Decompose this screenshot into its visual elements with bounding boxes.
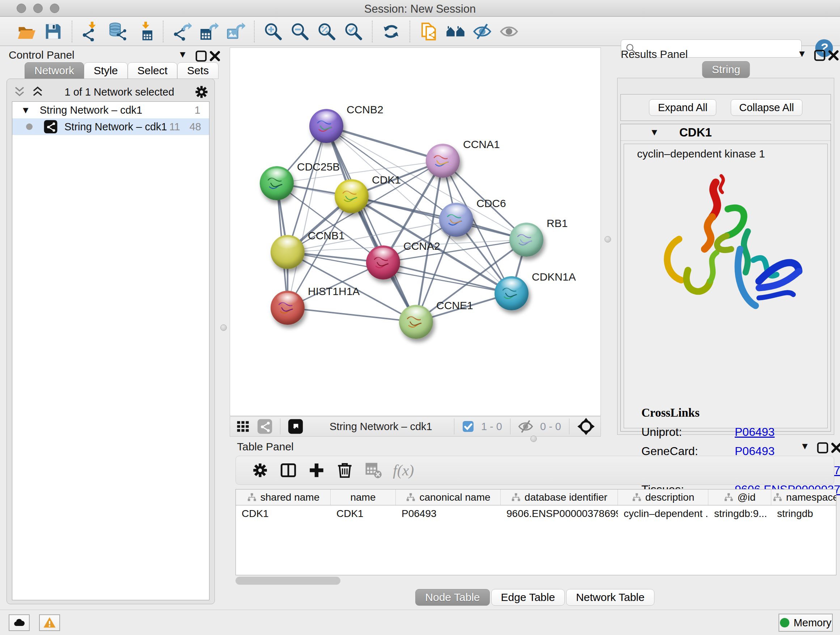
- refresh-view-icon: [381, 22, 401, 41]
- table-row[interactable]: CDK1CDK1P064939606.ENSP00000378699cyclin…: [236, 505, 836, 522]
- grid-view-icon[interactable]: [235, 418, 251, 434]
- node-label-CDKN1A: CDKN1A: [532, 271, 576, 283]
- tab-sets[interactable]: Sets: [177, 62, 218, 79]
- memory-button[interactable]: Memory: [778, 614, 833, 632]
- import-network-database-icon: [108, 22, 127, 41]
- copy-network-button[interactable]: [417, 20, 440, 43]
- tab-style[interactable]: Style: [84, 62, 128, 79]
- warnings-button[interactable]: [39, 614, 60, 631]
- main-toolbar: ?: [0, 17, 840, 46]
- crosslink-link[interactable]: P06493: [735, 425, 775, 439]
- table-cell[interactable]: CDK1: [236, 508, 331, 519]
- hidden-eye-icon[interactable]: [518, 418, 534, 434]
- import-network-file-button[interactable]: [80, 20, 102, 43]
- float-table-icon[interactable]: [816, 441, 829, 454]
- tree-expander-icon[interactable]: ▼: [21, 105, 30, 116]
- left-splitter-grip[interactable]: [220, 325, 227, 331]
- column-header-database-identifier[interactable]: database identifier: [501, 489, 618, 505]
- hide-selected-button[interactable]: [471, 20, 493, 43]
- show-all-button[interactable]: [498, 20, 520, 43]
- protein-card-header[interactable]: ▼ CDK1: [621, 124, 831, 141]
- table-cell[interactable]: cyclin–dependent ...: [618, 508, 708, 519]
- node-label-CCNA2: CCNA2: [403, 240, 440, 252]
- add-column-icon[interactable]: [308, 461, 325, 479]
- zoom-fit-button[interactable]: [316, 20, 338, 43]
- node-CCNA2[interactable]: [366, 245, 400, 279]
- close-results-icon[interactable]: [827, 49, 840, 61]
- cloud-status-button[interactable]: [9, 614, 30, 631]
- node-CCNA1[interactable]: [426, 144, 460, 178]
- home-layout-button[interactable]: [444, 20, 467, 43]
- show-columns-icon[interactable]: [279, 461, 297, 479]
- node-label-CDC6: CDC6: [477, 197, 506, 210]
- node-CDK1[interactable]: [335, 179, 369, 213]
- delete-table-icon: [364, 461, 382, 479]
- table-hscrollbar[interactable]: [235, 577, 340, 585]
- right-splitter-grip[interactable]: [605, 236, 611, 242]
- table-cell[interactable]: stringdb:9...: [708, 508, 771, 519]
- birdseye-view-icon[interactable]: [287, 418, 303, 434]
- network-row[interactable]: String Network – cdk1 11 48: [12, 119, 209, 135]
- export-table-button[interactable]: [197, 20, 220, 43]
- open-session-button[interactable]: [15, 20, 38, 43]
- table-cell[interactable]: stringdb: [771, 508, 836, 519]
- tab-select[interactable]: Select: [128, 62, 177, 79]
- column-header-shared-name[interactable]: shared name: [236, 489, 331, 505]
- node-CCNB1[interactable]: [271, 235, 305, 269]
- pan-crosshair-icon[interactable]: [576, 417, 595, 436]
- selected-checkbox-icon[interactable]: [462, 420, 475, 433]
- save-session-button[interactable]: [42, 20, 65, 43]
- zoom-out-button[interactable]: [289, 20, 311, 43]
- collection-count: 1: [195, 104, 201, 116]
- export-table-icon: [199, 22, 218, 41]
- protein-expander-icon[interactable]: ▼: [650, 127, 659, 138]
- refresh-view-button[interactable]: [380, 20, 402, 43]
- node-CCNB2[interactable]: [309, 109, 343, 143]
- float-results-icon[interactable]: [813, 49, 826, 61]
- node-CDC25B[interactable]: [260, 166, 294, 200]
- delete-column-icon[interactable]: [336, 461, 354, 479]
- zoom-in-button[interactable]: [262, 20, 284, 43]
- tab-edge-table[interactable]: Edge Table: [491, 589, 565, 606]
- column-header-canonical-name[interactable]: canonical name: [396, 489, 501, 505]
- column-header--id[interactable]: @id: [708, 489, 771, 505]
- collapse-all-networks-icon[interactable]: [12, 85, 27, 99]
- node-CDKN1A[interactable]: [494, 276, 529, 310]
- results-panel: Results Panel ▼ String Expand All Collap…: [615, 48, 837, 436]
- network-collection-row[interactable]: ▼ String Network – cdk1 1: [12, 102, 209, 119]
- tab-network-table[interactable]: Network Table: [566, 589, 654, 606]
- export-network-button[interactable]: [171, 20, 193, 43]
- close-table-icon[interactable]: [830, 441, 840, 454]
- node-HIST1H1A[interactable]: [271, 291, 305, 325]
- column-header-name[interactable]: name: [331, 489, 396, 505]
- expand-all-networks-icon[interactable]: [30, 85, 45, 99]
- column-header-description[interactable]: description: [618, 489, 708, 505]
- node-CDC6[interactable]: [439, 203, 473, 237]
- protein-result-card: ▼ CDK1 cyclin–dependent kinase 1: [621, 124, 831, 432]
- column-header-namespace[interactable]: namespace: [771, 489, 836, 505]
- table-cell[interactable]: 9606.ENSP00000378699: [501, 508, 618, 519]
- tab-network[interactable]: Network: [25, 62, 84, 79]
- export-image-button[interactable]: [224, 20, 247, 43]
- import-table-file-button[interactable]: [133, 20, 156, 43]
- import-network-database-button[interactable]: [106, 20, 129, 43]
- crosslink-label: Uniprot:: [641, 425, 735, 439]
- network-options-gear-icon[interactable]: [194, 84, 210, 100]
- network-canvas[interactable]: CCNB2 CCNA1 CDC25B CDK1 CDC6: [230, 48, 601, 416]
- close-panel-icon[interactable]: [208, 50, 221, 62]
- tab-node-table[interactable]: Node Table: [415, 589, 489, 606]
- node-CCNE1[interactable]: [399, 305, 433, 339]
- table-cell[interactable]: P06493: [396, 508, 501, 519]
- collapse-results-icon[interactable]: ▼: [797, 48, 810, 60]
- table-cell[interactable]: CDK1: [331, 508, 396, 519]
- collapse-panel-icon[interactable]: ▼: [178, 49, 191, 61]
- expand-all-button[interactable]: Expand All: [649, 99, 716, 116]
- float-panel-icon[interactable]: [195, 50, 208, 62]
- node-RB1[interactable]: [509, 223, 543, 257]
- collapse-table-icon[interactable]: ▼: [800, 440, 813, 453]
- collapse-all-button[interactable]: Collapse All: [731, 99, 802, 116]
- tab-string[interactable]: String: [702, 61, 750, 78]
- table-options-gear-icon[interactable]: [251, 461, 269, 479]
- zoom-selected-button[interactable]: [342, 20, 365, 43]
- col-tree-icon: [511, 492, 521, 502]
